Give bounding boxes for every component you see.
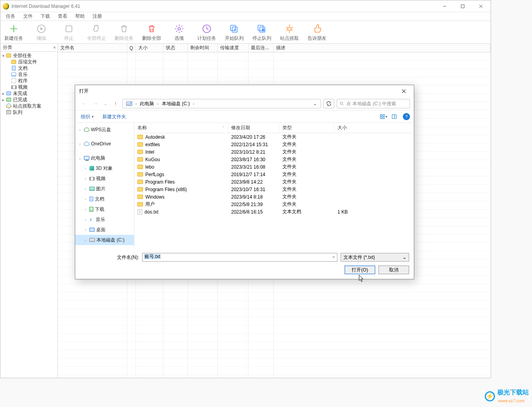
file-row[interactable]: Autodesk2023/4/20 17:26文件夹 — [134, 133, 414, 141]
nav-video[interactable]: ›视频 — [75, 173, 134, 184]
help-button[interactable]: ? — [403, 113, 410, 120]
file-row[interactable]: Intel2023/10/12 8:21文件夹 — [134, 148, 414, 156]
nav-pictures[interactable]: ›图片 — [75, 184, 134, 194]
file-row[interactable]: KuGou2023/8/17 16:30文件夹 — [134, 156, 414, 163]
file-row[interactable]: Program Files2023/9/8 14:22文件夹 — [134, 178, 414, 186]
organize-menu[interactable]: 组织 ▾ — [79, 113, 95, 121]
search-input[interactable]: 在 本地磁盘 (C:) 中搜索 — [337, 99, 410, 108]
tb-delete[interactable]: 删除任务 — [113, 23, 135, 42]
chevron-right-icon[interactable]: › — [193, 102, 195, 106]
file-row[interactable]: 用户2022/5/8 21:39文件夹 — [134, 201, 414, 208]
hdd-icon — [89, 238, 95, 242]
col-speed[interactable]: 传输速度 — [218, 44, 248, 52]
crumb-pc[interactable]: 此电脑 — [138, 100, 156, 107]
tb-deleteall[interactable]: 删除全部 — [141, 23, 163, 42]
tree-music[interactable]: 音乐 — [0, 71, 57, 78]
tb-grabber[interactable]: 站点抓取 — [278, 23, 300, 42]
nav-3d[interactable]: ›3D 对象 — [75, 163, 134, 173]
menu-tasks[interactable]: 任务 — [2, 12, 19, 20]
new-folder-button[interactable]: 新建文件夹 — [102, 113, 126, 120]
maximize-button[interactable] — [454, 0, 472, 12]
nav-desktop[interactable]: ›桌面 — [75, 225, 134, 235]
nav-downloads[interactable]: ›下载 — [75, 204, 134, 214]
refresh-button[interactable] — [323, 99, 334, 108]
tree-doc[interactable]: 文档 — [0, 65, 57, 71]
col-eta[interactable]: 剩余时间 — [188, 44, 218, 52]
filename-input[interactable]: 账号.txt ⌄ — [142, 253, 337, 262]
open-button[interactable]: 打开(O) — [345, 266, 375, 274]
titlebar[interactable]: Internet Download Manager 6.41 — [0, 0, 491, 12]
col-date[interactable]: 修改日期 — [228, 123, 279, 133]
file-row[interactable]: dos.txt2022/6/8 16:15文本文档1 KB — [134, 208, 414, 216]
col-type[interactable]: 类型 — [279, 123, 334, 133]
menu-register[interactable]: 注册 — [89, 12, 106, 20]
close-button[interactable] — [472, 0, 490, 12]
menu-downloads[interactable]: 下载 — [37, 12, 54, 20]
tb-schedule[interactable]: 计划任务 — [196, 23, 218, 42]
tree-queue[interactable]: 队列 — [0, 109, 57, 115]
tree-prog[interactable]: 程序 — [0, 78, 57, 84]
menu-file[interactable]: 文件 — [19, 12, 37, 20]
download-columns[interactable]: 文件名 Q 大小 状态 剩余时间 传输速度 最后连... 描述 — [58, 44, 491, 52]
nav-music[interactable]: ›♪音乐 — [75, 214, 134, 225]
nav-docs[interactable]: ›文档 — [75, 194, 134, 204]
chevron-right-icon[interactable]: › — [135, 102, 137, 106]
file-row[interactable]: lebo2023/3/21 16:08文件夹 — [134, 163, 414, 171]
file-list-header[interactable]: 名称˄ 修改日期 类型 大小 — [134, 123, 414, 133]
nav-diskc[interactable]: ›本地磁盘 (C:) — [75, 235, 134, 245]
nav-history-dropdown[interactable]: ⌄ — [103, 99, 108, 108]
nav-wps[interactable]: ›WPS云盘 — [75, 125, 134, 135]
view-mode-button[interactable]: ▾ — [378, 112, 389, 121]
filename-dropdown[interactable]: ⌄ — [332, 253, 336, 259]
col-queue[interactable]: Q — [127, 44, 136, 52]
file-list: 名称˄ 修改日期 类型 大小 Autodesk2023/4/20 17:26文件… — [134, 123, 414, 247]
col-state[interactable]: 状态 — [163, 44, 188, 52]
menu-help[interactable]: 帮助 — [71, 12, 89, 20]
col-last[interactable]: 最后连... — [248, 44, 274, 52]
file-rows[interactable]: Autodesk2023/4/20 17:26文件夹extfiles2022/1… — [134, 133, 414, 247]
tree-finished[interactable]: ▸已完成 — [0, 97, 57, 103]
menu-view[interactable]: 查看 — [54, 12, 71, 20]
tb-stopall[interactable]: 全部停止 — [85, 23, 108, 42]
nav-back-button[interactable]: ← — [79, 99, 89, 108]
dialog-close-button[interactable] — [396, 85, 412, 97]
filetype-filter[interactable]: 文本文件 (*.txt)⌄ — [341, 253, 409, 262]
col-size[interactable]: 大小 — [136, 44, 163, 52]
tree-video[interactable]: 视频 — [0, 84, 57, 90]
tb-options[interactable]: 选项 — [168, 23, 190, 42]
folder-icon — [137, 135, 143, 139]
tb-stopqueue[interactable]: 停止队列 — [251, 23, 273, 42]
tb-stop[interactable]: 停止 — [58, 23, 80, 42]
file-row[interactable]: extfiles2022/12/14 15:31文件夹 — [134, 141, 414, 148]
dialog-titlebar[interactable]: 打开 — [75, 85, 414, 97]
chevron-right-icon[interactable]: › — [157, 102, 159, 106]
tb-tell[interactable]: 告诉朋友 — [306, 23, 328, 42]
col-name[interactable]: 名称˄ — [134, 123, 228, 133]
tb-resume[interactable]: 继续 — [30, 23, 52, 42]
tree-zip[interactable]: 压缩文件 — [0, 59, 57, 65]
category-tree[interactable]: ▾全部任务 压缩文件 文档 音乐 程序 视频 ▸未完成 ▸已完成 站点抓取方案 … — [0, 52, 57, 116]
col-filename[interactable]: 文件名 — [58, 44, 127, 52]
tree-grabber[interactable]: 站点抓取方案 — [0, 103, 57, 109]
minimize-button[interactable] — [436, 0, 454, 12]
tb-new[interactable]: 新建任务 — [3, 23, 25, 42]
file-row[interactable]: Program Files (x86)2023/10/7 16:31文件夹 — [134, 186, 414, 193]
file-row[interactable]: Windows2023/9/14 8:18文件夹 — [134, 193, 414, 201]
nav-up-button[interactable]: ↑ — [111, 99, 120, 108]
address-dropdown[interactable]: ⌄ — [311, 101, 319, 106]
tree-unfinished[interactable]: ▸未完成 — [0, 90, 57, 97]
close-panel-icon[interactable]: × — [53, 45, 56, 50]
tb-startqueue[interactable]: 开始队列 — [223, 23, 245, 42]
crumb-disk[interactable]: 本地磁盘 (C:) — [160, 100, 191, 107]
cancel-button[interactable]: 取消 — [378, 266, 409, 274]
nav-onedrive[interactable]: ›OneDrive — [75, 139, 134, 149]
nav-thispc[interactable]: ⌄此电脑 — [75, 153, 134, 163]
nav-forward-button[interactable]: → — [91, 99, 100, 108]
col-size[interactable]: 大小 — [334, 123, 378, 133]
address-bar[interactable]: › 此电脑 › 本地磁盘 (C:) › ⌄ — [122, 99, 321, 108]
preview-pane-button[interactable] — [389, 112, 400, 121]
nav-tree[interactable]: ›WPS云盘 ›OneDrive ⌄此电脑 ›3D 对象 ›视频 ›图片 ›文档… — [75, 123, 134, 247]
tree-all[interactable]: ▾全部任务 — [0, 52, 57, 59]
file-row[interactable]: PerfLogs2019/12/7 17:14文件夹 — [134, 171, 414, 178]
col-desc[interactable]: 描述 — [274, 44, 491, 52]
